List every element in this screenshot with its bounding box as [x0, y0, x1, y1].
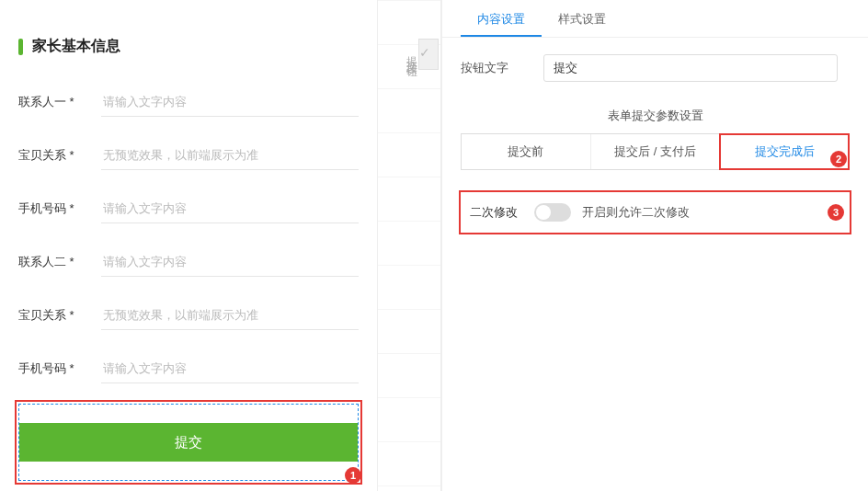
params-header: 表单提交参数设置: [442, 91, 868, 133]
field-input-relation2[interactable]: [101, 301, 359, 330]
form-preview-panel: 家长基本信息 联系人一 * 宝贝关系 * 手机号码 * 联系人二 * 宝贝关系 …: [0, 0, 377, 491]
settings-top-tabs: 内容设置 样式设置: [442, 4, 868, 38]
section-title: 家长基本信息: [18, 37, 359, 56]
subtab-complete[interactable]: 提交完成后 2: [720, 134, 849, 169]
field-input-relation1[interactable]: [101, 141, 359, 170]
field-label-relation1: 宝贝关系 *: [18, 147, 101, 164]
field-label-phone1: 手机号码 *: [18, 200, 101, 217]
annotation-badge-2: 2: [830, 151, 847, 167]
toggle-knob: [536, 205, 551, 220]
secondary-edit-label: 二次修改: [470, 204, 518, 221]
secondary-edit-option: 二次修改 开启则允许二次修改 3: [461, 192, 850, 233]
settings-panel: 内容设置 样式设置 按钮文字 表单提交参数设置 提交前 提交后 / 支付后 提交…: [441, 0, 868, 491]
subtab-after-pay[interactable]: 提交后 / 支付后: [591, 134, 721, 169]
tab-style-settings[interactable]: 样式设置: [542, 4, 622, 37]
subtab-before[interactable]: 提交前: [462, 134, 591, 169]
side-tag-text: 提交按钮: [405, 47, 418, 62]
submit-button-wrapper[interactable]: 提交 1: [18, 404, 359, 481]
field-label-contact2: 联系人二 *: [18, 254, 101, 270]
ruler-strip: ✓ 提交按钮: [377, 0, 441, 491]
section-title-text: 家长基本信息: [32, 37, 120, 56]
field-input-phone1[interactable]: [101, 194, 359, 223]
subtab-complete-label: 提交完成后: [755, 144, 815, 158]
field-label-phone2: 手机号码 *: [18, 360, 101, 377]
field-label-relation2: 宝贝关系 *: [18, 307, 101, 324]
submit-button[interactable]: 提交: [19, 423, 358, 462]
annotation-badge-3: 3: [828, 204, 844, 221]
submit-button-side-tag: ✓ 提交按钮: [418, 39, 439, 70]
button-text-label: 按钮文字: [461, 60, 543, 76]
field-label-contact1: 联系人一 *: [18, 94, 101, 110]
field-input-contact2[interactable]: [101, 247, 359, 277]
submit-phase-tabs: 提交前 提交后 / 支付后 提交完成后 2: [461, 133, 850, 170]
tab-content-settings[interactable]: 内容设置: [461, 4, 542, 37]
field-input-phone2[interactable]: [101, 354, 359, 383]
button-text-input[interactable]: [543, 54, 838, 82]
annotation-badge-1: 1: [345, 467, 361, 484]
check-icon: ✓: [419, 45, 434, 60]
secondary-edit-toggle[interactable]: [534, 203, 571, 222]
secondary-edit-hint: 开启则允许二次修改: [582, 204, 690, 221]
field-input-contact1[interactable]: [101, 87, 359, 117]
title-accent-bar: [18, 39, 23, 55]
